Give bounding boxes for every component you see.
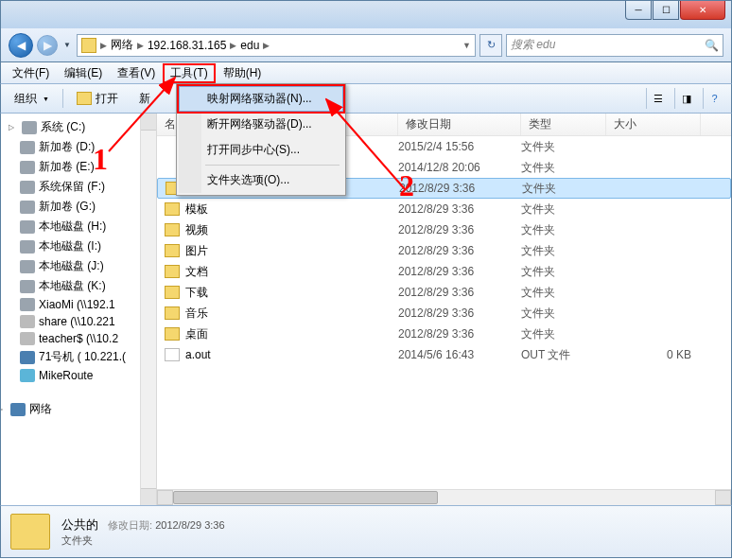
drive-icon (20, 315, 35, 328)
file-date: 2014/5/6 16:43 (398, 348, 521, 361)
file-date: 2012/8/29 3:36 (398, 286, 521, 299)
tree-label: 本地磁盘 (K:) (39, 278, 106, 294)
nav-history-dropdown[interactable]: ▼ (61, 41, 73, 49)
file-row[interactable]: 桌面2012/8/29 3:36文件夹 (157, 324, 731, 344)
breadcrumb-seg[interactable]: 192.168.31.165 (148, 39, 226, 52)
menu-folder-options[interactable]: 文件夹选项(O)... (179, 167, 343, 193)
navigation-tree[interactable]: 系统 (C:)新加卷 (D:)新加卷 (E:)系统保留 (F:)新加卷 (G:)… (1, 114, 157, 505)
file-row[interactable]: 下载2012/8/29 3:36文件夹 (157, 282, 731, 303)
file-date: 2012/8/29 3:36 (398, 306, 521, 320)
column-size[interactable]: 大小 (606, 114, 701, 135)
menu-open-sync-center[interactable]: 打开同步中心(S)... (179, 137, 343, 163)
horizontal-scrollbar[interactable] (157, 489, 731, 505)
file-type: 文件夹 (521, 306, 606, 322)
file-date: 2012/8/29 3:36 (398, 265, 521, 278)
tree-item[interactable]: 新加卷 (E:) (1, 157, 156, 177)
file-type: 文件夹 (521, 201, 606, 218)
search-icon: 🔍 (705, 39, 719, 52)
net-icon (20, 351, 35, 364)
tree-item[interactable]: 新加卷 (D:) (1, 137, 156, 157)
scroll-track[interactable] (173, 490, 715, 505)
file-name: 下载 (185, 285, 398, 301)
help-button[interactable]: ? (703, 88, 725, 109)
tree-item[interactable]: 71号机 ( 10.221.( (1, 347, 156, 367)
menu-edit[interactable]: 编辑(E) (57, 63, 110, 83)
column-type[interactable]: 类型 (521, 114, 606, 135)
tree-label: 71号机 ( 10.221.( (39, 349, 126, 365)
tree-label: 本地磁盘 (H:) (39, 219, 106, 235)
breadcrumb-seg[interactable]: edu (240, 39, 259, 52)
organize-button[interactable]: 组织▼ (7, 88, 57, 110)
details-pane: 公共的 修改日期: 2012/8/29 3:36 文件夹 (0, 505, 732, 558)
file-row[interactable]: 图片2012/8/29 3:36文件夹 (157, 240, 731, 261)
file-type: 文件夹 (521, 222, 606, 238)
new-button[interactable]: 新 (131, 88, 158, 110)
view-mode-button[interactable]: ☰ (646, 88, 669, 109)
tree-item[interactable]: 本地磁盘 (J:) (1, 256, 156, 276)
nav-forward-button[interactable]: ▶ (37, 35, 58, 56)
refresh-button[interactable]: ↻ (479, 34, 502, 57)
tree-item[interactable]: share (\\10.221 (1, 313, 156, 330)
tree-item[interactable]: 本地磁盘 (I:) (1, 236, 156, 256)
search-input[interactable]: 搜索 edu 🔍 (506, 34, 723, 57)
drive-icon (20, 141, 35, 154)
file-icon (165, 348, 180, 361)
file-row[interactable]: 文档2012/8/29 3:36文件夹 (157, 261, 731, 282)
menu-help[interactable]: 帮助(H) (216, 63, 270, 83)
drive-icon (20, 280, 35, 293)
file-date: 2012/8/29 3:36 (398, 244, 521, 257)
file-type: OUT 文件 (521, 347, 606, 363)
scroll-right-button[interactable] (715, 490, 731, 505)
tree-item[interactable]: XiaoMi (\\192.1 (1, 296, 156, 313)
menu-tools[interactable]: 工具(T) (163, 63, 215, 83)
folder-icon (165, 306, 180, 320)
preview-pane-button[interactable]: ◨ (674, 88, 697, 109)
nav-back-button[interactable]: ◀ (9, 33, 33, 58)
file-row[interactable]: 模板2012/8/29 3:36文件夹 (157, 199, 731, 219)
separator (62, 89, 63, 108)
column-date[interactable]: 修改日期 (398, 114, 521, 135)
file-row[interactable]: 音乐2012/8/29 3:36文件夹 (157, 303, 731, 324)
tree-label: 新加卷 (E:) (39, 159, 95, 175)
menu-view[interactable]: 查看(V) (110, 63, 163, 83)
maximize-button[interactable]: ☐ (653, 1, 679, 20)
tree-item[interactable]: 系统 (C:) (1, 117, 156, 137)
tree-item[interactable]: 本地磁盘 (H:) (1, 217, 156, 236)
tree-item[interactable]: 本地磁盘 (K:) (1, 276, 156, 296)
folder-icon (165, 286, 180, 299)
breadcrumb-sep: ▶ (100, 41, 107, 50)
tree-label: teacher$ (\\10.2 (39, 332, 118, 345)
details-date: 2012/8/29 3:36 (155, 519, 224, 531)
file-date: 2014/12/8 20:06 (398, 161, 521, 174)
file-date: 2015/2/4 15:56 (398, 140, 521, 153)
route-icon (20, 369, 35, 382)
menu-separator (205, 165, 340, 166)
address-row: ◀ ▶ ▼ ▶ 网络 ▶ 192.168.31.165 ▶ edu ▶ ▼ ↻ … (0, 28, 732, 62)
menu-file[interactable]: 文件(F) (5, 63, 57, 83)
tree-label: 系统保留 (F:) (39, 179, 105, 195)
scroll-thumb[interactable] (173, 491, 438, 504)
tree-item[interactable]: 新加卷 (G:) (1, 197, 156, 217)
tree-scrollbar[interactable] (140, 114, 156, 505)
network-icon (10, 403, 26, 416)
close-button[interactable]: ✕ (680, 1, 725, 20)
file-row[interactable]: a.out2014/5/6 16:43OUT 文件0 KB (157, 344, 731, 365)
tree-item[interactable]: teacher$ (\\10.2 (1, 330, 156, 347)
scroll-left-button[interactable] (157, 490, 173, 505)
menu-disconnect-network-drive[interactable]: 断开网络驱动器(D)... (179, 112, 343, 137)
menu-map-network-drive[interactable]: 映射网络驱动器(N)... (179, 86, 343, 112)
breadcrumb-seg[interactable]: 网络 (111, 37, 133, 53)
drive-icon (20, 332, 35, 345)
file-row[interactable]: 视频2012/8/29 3:36文件夹 (157, 219, 731, 240)
tree-item[interactable]: MikeRoute (1, 367, 156, 384)
address-bar[interactable]: ▶ 网络 ▶ 192.168.31.165 ▶ edu ▶ ▼ (77, 34, 476, 57)
address-dropdown-icon[interactable]: ▼ (462, 41, 471, 50)
tree-root-network[interactable]: 网络 (1, 399, 156, 419)
file-name: 桌面 (185, 326, 398, 342)
open-button[interactable]: 打开 (69, 88, 126, 110)
drive-icon (20, 298, 35, 311)
file-name: 视频 (185, 222, 398, 238)
minimize-button[interactable]: ─ (625, 1, 652, 20)
tree-item[interactable]: 系统保留 (F:) (1, 177, 156, 197)
folder-icon (165, 223, 180, 236)
